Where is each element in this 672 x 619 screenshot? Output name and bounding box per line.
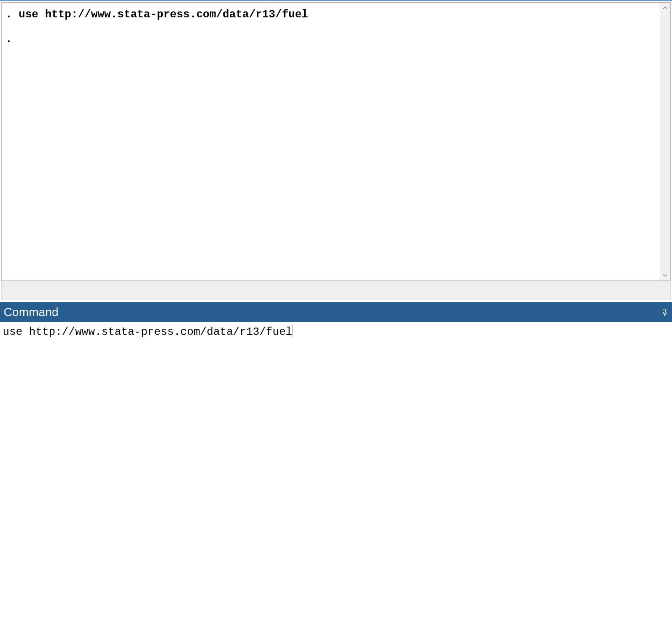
app-window: . use http://www.stata-press.com/data/r1… xyxy=(0,0,672,619)
status-cell xyxy=(2,281,496,300)
status-bar xyxy=(1,281,671,300)
results-pane: . use http://www.stata-press.com/data/r1… xyxy=(1,2,671,281)
command-input-text: use http://www.stata-press.com/data/r13/… xyxy=(3,326,292,338)
status-cell xyxy=(496,281,583,300)
status-cell xyxy=(583,281,670,300)
command-input[interactable]: use http://www.stata-press.com/data/r13/… xyxy=(3,326,292,338)
pin-icon[interactable] xyxy=(660,307,669,317)
chevron-down-icon[interactable] xyxy=(660,270,670,280)
results-line: . use http://www.stata-press.com/data/r1… xyxy=(5,8,308,21)
command-panel-header: Command xyxy=(0,302,672,322)
results-output[interactable]: . use http://www.stata-press.com/data/r1… xyxy=(2,3,660,280)
command-input-area[interactable]: use http://www.stata-press.com/data/r13/… xyxy=(0,322,672,619)
results-line: . xyxy=(5,33,12,45)
command-panel-title: Command xyxy=(4,306,58,318)
text-caret xyxy=(292,325,292,337)
chevron-up-icon[interactable] xyxy=(660,3,670,13)
results-scrollbar[interactable] xyxy=(660,3,670,280)
